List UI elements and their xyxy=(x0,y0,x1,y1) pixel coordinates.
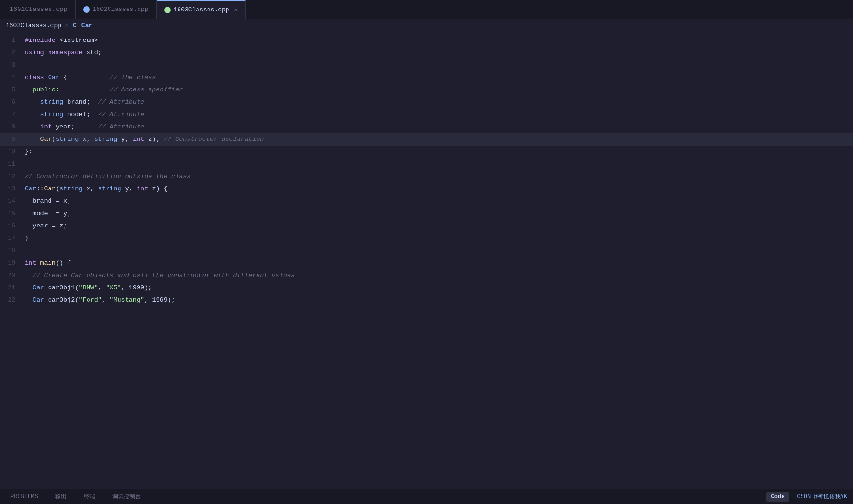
line-number-19: 19 xyxy=(0,257,23,269)
line-number-14: 14 xyxy=(0,195,23,208)
code-area[interactable]: 1#include <iostream>2using namespace std… xyxy=(0,32,853,489)
breadcrumb-sep1: > xyxy=(64,22,68,29)
line-content-12: // Constructor definition outside the cl… xyxy=(23,170,853,183)
code-line-18[interactable]: 18 xyxy=(0,245,853,257)
tab-1601[interactable]: 1601Classes.cpp xyxy=(0,0,76,19)
code-line-15[interactable]: 15 model = y; xyxy=(0,208,853,220)
line-number-3: 3 xyxy=(0,59,23,71)
line-content-20: // Create Car objects and call the const… xyxy=(23,269,853,282)
code-line-16[interactable]: 16 year = z; xyxy=(0,220,853,232)
line-number-15: 15 xyxy=(0,208,23,220)
line-number-7: 7 xyxy=(0,109,23,121)
status-tab-terminal[interactable]: 终端 xyxy=(79,491,100,503)
line-number-13: 13 xyxy=(0,183,23,195)
line-content-5: public: // Access specifier xyxy=(23,84,853,96)
line-number-9: 9 xyxy=(0,133,23,146)
status-bar: PROBLEMS 输出 终端 调试控制台 Code CSDN @神也佑我YK xyxy=(0,489,853,504)
line-content-14: brand = x; xyxy=(23,195,853,208)
status-tab-output[interactable]: 输出 xyxy=(50,491,71,503)
code-line-5[interactable]: 5 public: // Access specifier xyxy=(0,84,853,96)
tab-1602[interactable]: 1602Classes.cpp xyxy=(76,0,157,19)
tab-1602-label: 1602Classes.cpp xyxy=(93,6,149,13)
code-line-14[interactable]: 14 brand = x; xyxy=(0,195,853,208)
line-content-19: int main() { xyxy=(23,257,853,269)
code-line-8[interactable]: 8 int year; // Attribute xyxy=(0,121,853,133)
line-number-5: 5 xyxy=(0,84,23,96)
line-number-22: 22 xyxy=(0,294,23,306)
line-content-16: year = z; xyxy=(23,220,853,232)
line-content-13: Car::Car(string x, string y, int z) { xyxy=(23,183,853,195)
code-line-10[interactable]: 10}; xyxy=(0,146,853,158)
code-line-4[interactable]: 4class Car { // The class xyxy=(0,71,853,84)
tab-1603[interactable]: 1603Classes.cpp ✕ xyxy=(157,0,246,19)
tab-1601-label: 1601Classes.cpp xyxy=(8,6,68,13)
line-content-2: using namespace std; xyxy=(23,47,853,59)
line-number-1: 1 xyxy=(0,34,23,47)
code-line-1[interactable]: 1#include <iostream> xyxy=(0,34,853,47)
breadcrumb-class-icon: C xyxy=(71,22,79,30)
code-line-19[interactable]: 19int main() { xyxy=(0,257,853,269)
line-number-6: 6 xyxy=(0,96,23,109)
tab-1602-icon xyxy=(83,6,90,13)
line-number-8: 8 xyxy=(0,121,23,133)
line-content-15: model = y; xyxy=(23,208,853,220)
code-line-17[interactable]: 17} xyxy=(0,232,853,245)
line-number-4: 4 xyxy=(0,71,23,84)
line-content-7: string model; // Attribute xyxy=(23,109,853,121)
tab-1603-icon xyxy=(164,7,171,13)
line-content-17: } xyxy=(23,232,853,245)
line-content-22: Car carObj2("Ford", "Mustang", 1969); xyxy=(23,294,853,306)
line-number-10: 10 xyxy=(0,146,23,158)
code-line-2[interactable]: 2using namespace std; xyxy=(0,47,853,59)
line-content-1: #include <iostream> xyxy=(23,34,853,47)
code-line-3[interactable]: 3 xyxy=(0,59,853,71)
status-left: PROBLEMS 输出 终端 调试控制台 xyxy=(6,491,146,503)
code-badge: Code xyxy=(766,492,790,502)
breadcrumb-file: 1603Classes.cpp xyxy=(6,22,61,29)
code-line-22[interactable]: 22 Car carObj2("Ford", "Mustang", 1969); xyxy=(0,294,853,306)
line-content-9: Car(string x, string y, int z); // Const… xyxy=(23,133,853,146)
tab-bar: 1601Classes.cpp 1602Classes.cpp 1603Clas… xyxy=(0,0,853,19)
code-line-6[interactable]: 6 string brand; // Attribute xyxy=(0,96,853,109)
line-number-11: 11 xyxy=(0,158,23,170)
code-line-11[interactable]: 11 xyxy=(0,158,853,170)
line-content-6: string brand; // Attribute xyxy=(23,96,853,109)
line-number-2: 2 xyxy=(0,47,23,59)
status-tab-debug[interactable]: 调试控制台 xyxy=(108,491,146,503)
line-content-8: int year; // Attribute xyxy=(23,121,853,133)
line-number-17: 17 xyxy=(0,232,23,245)
line-number-21: 21 xyxy=(0,282,23,294)
line-number-12: 12 xyxy=(0,170,23,183)
status-right: Code CSDN @神也佑我YK xyxy=(766,492,847,502)
line-number-20: 20 xyxy=(0,269,23,282)
code-editor[interactable]: 1#include <iostream>2using namespace std… xyxy=(0,32,853,489)
line-number-16: 16 xyxy=(0,220,23,232)
code-line-21[interactable]: 21 Car carObj1("BMW", "X5", 1999); xyxy=(0,282,853,294)
code-line-7[interactable]: 7 string model; // Attribute xyxy=(0,109,853,121)
status-tab-problems[interactable]: PROBLEMS xyxy=(6,492,43,502)
breadcrumb: 1603Classes.cpp > C Car xyxy=(0,19,853,32)
code-line-12[interactable]: 12// Constructor definition outside the … xyxy=(0,170,853,183)
code-line-9[interactable]: 9 Car(string x, string y, int z); // Con… xyxy=(0,133,853,146)
tab-1603-close[interactable]: ✕ xyxy=(234,6,238,13)
line-content-4: class Car { // The class xyxy=(23,71,853,84)
code-line-13[interactable]: 13Car::Car(string x, string y, int z) { xyxy=(0,183,853,195)
tab-1603-label: 1603Classes.cpp xyxy=(174,6,229,13)
line-number-18: 18 xyxy=(0,245,23,257)
brand-label: CSDN @神也佑我YK xyxy=(797,493,847,501)
line-content-10: }; xyxy=(23,146,853,158)
breadcrumb-class-name: Car xyxy=(81,22,92,29)
line-content-21: Car carObj1("BMW", "X5", 1999); xyxy=(23,282,853,294)
code-line-20[interactable]: 20 // Create Car objects and call the co… xyxy=(0,269,853,282)
